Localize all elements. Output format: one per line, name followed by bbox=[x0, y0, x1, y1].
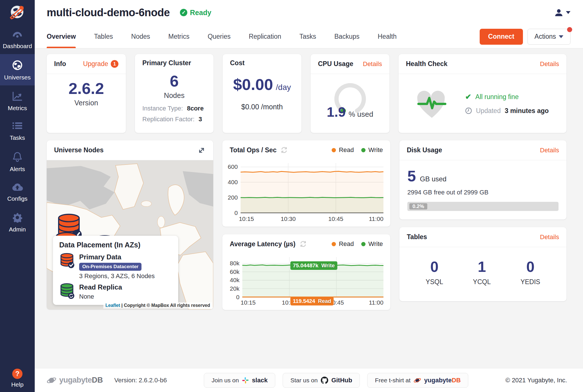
upgrade-link[interactable]: Upgrade 1 bbox=[83, 60, 118, 68]
svg-text:11:00: 11:00 bbox=[369, 299, 383, 306]
github-button[interactable]: Star us on GitHub bbox=[283, 373, 360, 388]
sidebar-item-dashboard[interactable]: Dashboard bbox=[0, 25, 35, 54]
latency-title: Average Latency (µs) bbox=[230, 240, 295, 248]
actions-button[interactable]: Actions bbox=[527, 29, 570, 45]
svg-text:10:15: 10:15 bbox=[241, 299, 256, 306]
tab-backups[interactable]: Backups bbox=[334, 25, 360, 48]
cost-per-day-unit: /day bbox=[276, 83, 291, 92]
tab-health[interactable]: Health bbox=[378, 25, 397, 48]
yugabyte-logo-icon[interactable] bbox=[8, 3, 27, 23]
tshirt-brand-navy: yugabyte bbox=[424, 377, 452, 384]
svg-text:10:15: 10:15 bbox=[239, 216, 254, 222]
read-legend-label: Read bbox=[339, 240, 354, 248]
sidebar-item-admin[interactable]: Admin bbox=[0, 207, 35, 237]
read-replica-label: Read Replica bbox=[79, 283, 122, 291]
tab-metrics[interactable]: Metrics bbox=[168, 25, 189, 48]
actions-button-label: Actions bbox=[535, 33, 556, 40]
tab-bar: Overview Tables Nodes Metrics Queries Re… bbox=[35, 25, 583, 48]
svg-text:0: 0 bbox=[236, 294, 239, 300]
tables-card: Tables Details 0 YSQL 1 YCQL 0 bbox=[399, 227, 566, 301]
sidebar-item-label: Admin bbox=[0, 226, 35, 233]
slack-icon bbox=[242, 377, 249, 384]
gear-icon bbox=[12, 212, 22, 223]
disk-free-text: 2994 GB free out of 2999 GB bbox=[407, 189, 559, 196]
sidebar-item-configs[interactable]: Configs bbox=[0, 177, 35, 207]
info-card: Info Upgrade 1 2.6.2 Version bbox=[47, 54, 126, 133]
connect-button[interactable]: Connect bbox=[480, 29, 523, 45]
data-placement-title: Data Placement (In AZs) bbox=[59, 241, 172, 249]
health-updated-value: 3 minutes ago bbox=[505, 107, 549, 115]
write-legend-dot bbox=[361, 148, 366, 152]
tab-tables[interactable]: Tables bbox=[94, 25, 113, 48]
nodes-caption: Nodes bbox=[164, 91, 184, 100]
sidebar-item-label: Tasks bbox=[0, 134, 35, 141]
svg-text:20k: 20k bbox=[230, 285, 239, 292]
latency-legend: Read Write bbox=[332, 240, 383, 248]
universe-nodes-card: Universe Nodes bbox=[47, 140, 213, 309]
sidebar-item-label: Configs bbox=[0, 195, 35, 202]
disk-details-link[interactable]: Details bbox=[540, 147, 559, 154]
svg-text:10:30: 10:30 bbox=[281, 216, 296, 222]
sidebar-item-universes[interactable]: Universes bbox=[0, 54, 35, 85]
github-icon bbox=[321, 377, 328, 384]
refresh-icon[interactable] bbox=[280, 146, 288, 154]
check-circle-icon: ✓ bbox=[180, 9, 187, 16]
primary-cluster-card: Primary Cluster 6 Nodes Instance Type: 8… bbox=[135, 54, 214, 133]
yedis-stat: 0 YEDIS bbox=[521, 258, 540, 286]
overview-content: Info Upgrade 1 2.6.2 Version Primary Clu… bbox=[35, 48, 583, 368]
disk-usage-bar: 0.2% bbox=[407, 202, 559, 211]
slack-button-pre: Join us on bbox=[212, 377, 239, 384]
help-icon: ? bbox=[12, 369, 22, 379]
datacenter-badge: On-Premises Datacenter bbox=[79, 263, 141, 271]
read-latency-badge: 119.5424Read bbox=[290, 297, 334, 305]
tab-nodes[interactable]: Nodes bbox=[131, 25, 150, 48]
yugabyte-mini-logo-icon bbox=[414, 377, 421, 384]
tshirt-button[interactable]: Free t-shirt at yugabyteDB bbox=[367, 373, 468, 388]
world-map[interactable]: Data Placement (In AZs) Primary Data bbox=[47, 160, 213, 309]
metrics-icon bbox=[12, 91, 23, 101]
write-legend-label: Write bbox=[368, 146, 383, 154]
primary-data-icon bbox=[59, 253, 75, 269]
footer-copyright: © 2021 Yugabyte, Inc. bbox=[506, 377, 567, 384]
user-menu[interactable] bbox=[554, 8, 570, 17]
tab-queries[interactable]: Queries bbox=[208, 25, 231, 48]
slack-button[interactable]: Join us on slack bbox=[204, 373, 275, 388]
tables-details-link[interactable]: Details bbox=[540, 233, 559, 241]
svg-text:80k: 80k bbox=[230, 260, 239, 266]
sidebar-item-alerts[interactable]: Alerts bbox=[0, 146, 35, 177]
tab-replication[interactable]: Replication bbox=[249, 25, 281, 48]
sidebar-item-metrics[interactable]: Metrics bbox=[0, 85, 35, 116]
read-legend-label: Read bbox=[339, 146, 354, 154]
tables-title: Tables bbox=[407, 233, 427, 241]
primary-data-label: Primary Data bbox=[79, 253, 155, 261]
tab-overview[interactable]: Overview bbox=[47, 25, 76, 48]
sidebar-item-help[interactable]: ? Help bbox=[11, 369, 23, 388]
read-legend-dot bbox=[332, 148, 336, 152]
github-button-label: GitHub bbox=[331, 377, 352, 384]
write-legend-dot bbox=[361, 242, 366, 246]
universe-title: multi-cloud-demo-6node bbox=[47, 7, 170, 19]
primary-cluster-title: Primary Cluster bbox=[142, 59, 191, 67]
tab-tasks[interactable]: Tasks bbox=[299, 25, 316, 48]
cpu-details-link[interactable]: Details bbox=[363, 60, 382, 68]
map-attribution: Leaflet | Copyright © MapBox All rights … bbox=[103, 302, 212, 309]
yugabyte-footer-logo-icon bbox=[47, 375, 56, 385]
top-bar: multi-cloud-demo-6node ✓ Ready bbox=[35, 0, 583, 25]
footer: yugabyteDB Version: 2.6.2.0-b6 Join us o… bbox=[35, 368, 583, 392]
cost-per-day-value: $0.00 bbox=[233, 76, 273, 93]
leaflet-link[interactable]: Leaflet bbox=[105, 303, 120, 308]
health-check-card: Health Check Details ✔ All running fine bbox=[399, 54, 566, 133]
disk-usage-title: Disk Usage bbox=[407, 146, 442, 154]
notification-dot bbox=[567, 27, 572, 32]
tshirt-brand-orange: DB bbox=[452, 377, 461, 384]
user-icon bbox=[554, 8, 564, 17]
expand-icon[interactable] bbox=[197, 146, 206, 155]
refresh-icon[interactable] bbox=[299, 240, 307, 248]
health-details-link[interactable]: Details bbox=[540, 60, 559, 68]
latency-chart: 020k40k60k80k10:1510:3010:4511:00 75.044… bbox=[226, 254, 386, 308]
total-ops-card: Total Ops / Sec Read Write 02004006 bbox=[222, 140, 390, 227]
replication-factor-label: Replication Factor: bbox=[142, 116, 194, 123]
read-replica-icon bbox=[59, 283, 75, 299]
latency-card: Average Latency (µs) Read Write 020 bbox=[222, 234, 390, 310]
sidebar-item-tasks[interactable]: Tasks bbox=[0, 116, 35, 146]
